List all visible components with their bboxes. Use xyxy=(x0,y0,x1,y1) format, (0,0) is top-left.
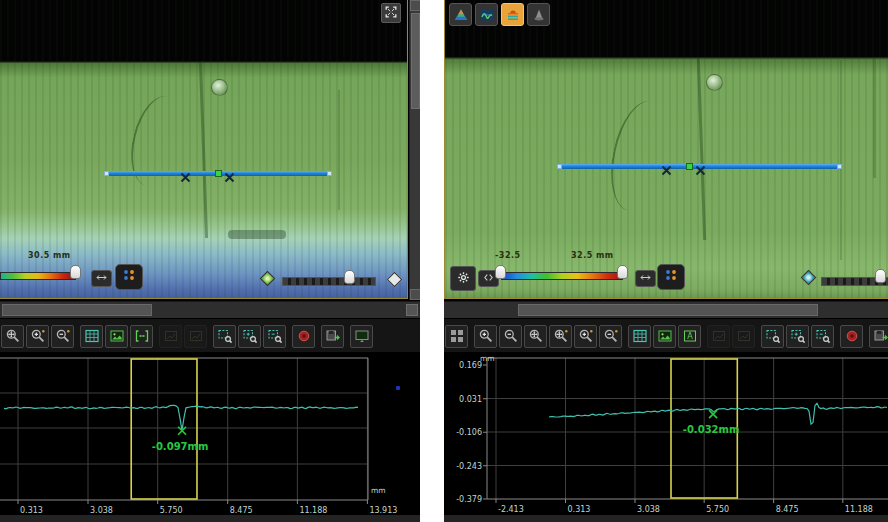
colormap-min-label: -32.5 xyxy=(495,251,521,260)
layer-lines-button[interactable] xyxy=(501,3,524,26)
y-tick-label: -0.379 xyxy=(456,495,482,504)
profile-wave-button[interactable] xyxy=(475,3,498,26)
chart-footer xyxy=(0,515,420,522)
tool-disabled-button xyxy=(159,325,182,348)
box-zoom-icon xyxy=(765,328,781,344)
line-endpoint[interactable] xyxy=(837,164,842,169)
line-center-marker[interactable] xyxy=(215,170,222,177)
horizontal-scroll-thumb[interactable] xyxy=(2,304,152,316)
zoom-pan-icon xyxy=(5,328,21,344)
auto-scale-button[interactable]: A xyxy=(678,325,701,348)
range-link-icon xyxy=(639,271,652,284)
zoom-pan-button[interactable] xyxy=(1,325,24,348)
profile-line xyxy=(549,403,887,424)
fit-width-button[interactable] xyxy=(130,325,153,348)
line-endpoint[interactable] xyxy=(557,164,562,169)
scroll-down-button[interactable] xyxy=(410,289,420,300)
horizontal-scrollbar[interactable] xyxy=(0,301,420,319)
view-split-button[interactable] xyxy=(657,264,685,290)
view-split-icon xyxy=(663,267,679,287)
box-zoom-out-button[interactable] xyxy=(811,325,834,348)
box-zoom-out-button[interactable] xyxy=(263,325,286,348)
zoom-in-button[interactable] xyxy=(474,325,497,348)
save-image-button[interactable] xyxy=(869,325,888,348)
grid-view-icon xyxy=(84,328,100,344)
grid-view-button[interactable] xyxy=(80,325,103,348)
view-split-button[interactable] xyxy=(115,264,143,290)
measure-line[interactable] xyxy=(105,171,331,176)
x-tick-label: 5.750 xyxy=(160,506,183,515)
image-view-icon xyxy=(657,328,673,344)
surface-smudge xyxy=(228,230,286,239)
box-zoom-button[interactable] xyxy=(761,325,784,348)
line-center-marker[interactable] xyxy=(686,163,693,170)
zoom-in-alt-button[interactable] xyxy=(574,325,597,348)
image-view-button[interactable] xyxy=(105,325,128,348)
line-marker-x-icon[interactable] xyxy=(695,161,706,172)
screen-capture-button[interactable] xyxy=(350,325,373,348)
zoom-pan-alt-button[interactable] xyxy=(549,325,572,348)
scroll-up-button[interactable] xyxy=(410,0,420,11)
x-tick-label: 3.038 xyxy=(637,505,660,514)
record-button[interactable] xyxy=(840,325,863,348)
zoom-in-alt-button[interactable] xyxy=(26,325,49,348)
tool-disabled-button xyxy=(732,325,755,348)
box-zoom-button[interactable] xyxy=(213,325,236,348)
colormap-gradient-bar[interactable] xyxy=(0,272,76,280)
record-button[interactable] xyxy=(292,325,315,348)
image-view-button[interactable] xyxy=(653,325,676,348)
y-tick-label: 0.169 xyxy=(459,361,482,370)
view-split-icon xyxy=(121,267,137,287)
box-zoom-in-button[interactable] xyxy=(786,325,809,348)
colormap-handle[interactable] xyxy=(70,265,81,279)
grid-view-button[interactable] xyxy=(628,325,651,348)
box-zoom-in-button[interactable] xyxy=(238,325,261,348)
expand-view-button[interactable] xyxy=(381,3,401,23)
measure-line[interactable] xyxy=(558,164,841,169)
horizontal-scrollbar[interactable] xyxy=(444,301,888,319)
measurement-value-label: -0.097mm xyxy=(152,441,209,452)
settings-button[interactable] xyxy=(450,266,476,291)
colormap-max-handle[interactable] xyxy=(617,265,628,279)
height-map-button[interactable] xyxy=(449,3,472,26)
vertical-scrollbar[interactable] xyxy=(409,0,420,300)
box-zoom-out-icon xyxy=(815,328,831,344)
line-marker-x-icon[interactable] xyxy=(224,168,235,179)
selection-box[interactable] xyxy=(131,359,197,499)
right-scan-image[interactable]: -32.5 32.5 mm xyxy=(444,0,888,299)
zoom-in-icon xyxy=(478,328,494,344)
save-image-icon xyxy=(325,328,341,344)
colormap-gradient-bar[interactable] xyxy=(501,272,623,280)
line-marker-x-icon[interactable] xyxy=(180,168,191,179)
vertical-scroll-thumb[interactable] xyxy=(411,13,420,109)
colormap-min-handle[interactable] xyxy=(495,265,506,279)
zoom-out-alt-button[interactable] xyxy=(51,325,74,348)
x-tick-label: 13.913 xyxy=(369,506,397,515)
frame-position-handle[interactable] xyxy=(344,270,355,284)
save-image-button[interactable] xyxy=(321,325,344,348)
box-zoom-in-icon xyxy=(790,328,806,344)
cone-button[interactable] xyxy=(527,3,550,26)
height-map-icon xyxy=(453,7,469,23)
line-endpoint[interactable] xyxy=(327,171,332,176)
range-link-button[interactable] xyxy=(635,270,656,287)
frame-position-slider[interactable] xyxy=(282,277,376,286)
zoom-out-alt-button[interactable] xyxy=(599,325,622,348)
right-profile-chart[interactable]: -2.4130.3133.0385.7508.47511.1880.1690.0… xyxy=(444,352,888,522)
surface-pit xyxy=(706,74,723,91)
collapse-arrows-icon xyxy=(482,269,495,288)
zoom-pan-button[interactable] xyxy=(524,325,547,348)
line-endpoint[interactable] xyxy=(104,171,109,176)
range-link-button[interactable] xyxy=(91,270,112,287)
line-marker-x-icon[interactable] xyxy=(661,161,672,172)
grid-settings-button[interactable] xyxy=(445,325,468,348)
horizontal-scroll-thumb[interactable] xyxy=(518,304,818,316)
surface-scratch xyxy=(338,90,340,210)
left-scan-image[interactable]: 30.5 mm xyxy=(0,0,408,299)
gear-icon xyxy=(457,271,470,284)
zoom-out-button[interactable] xyxy=(499,325,522,348)
chart-footer xyxy=(444,515,888,522)
left-profile-chart[interactable]: 0.3133.0385.7508.47511.18813.913mm-0.097… xyxy=(0,352,420,522)
tool-disabled-button xyxy=(184,325,207,348)
frame-position-handle[interactable] xyxy=(875,269,886,283)
